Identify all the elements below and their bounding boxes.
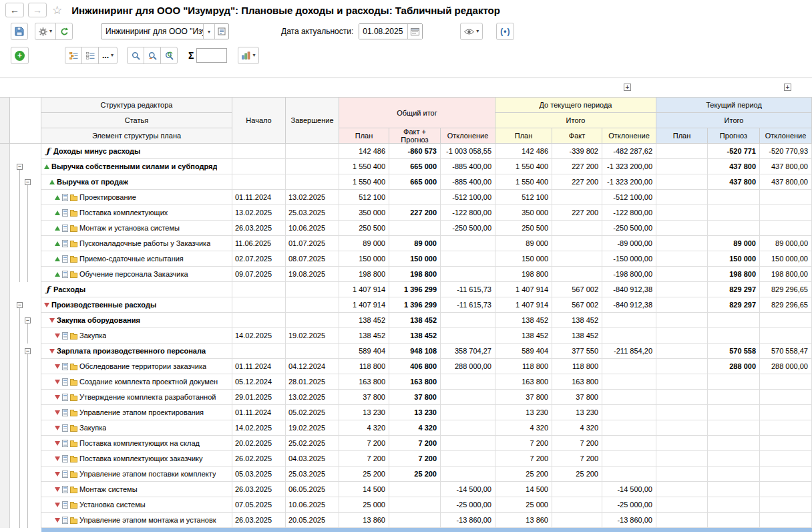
cell-current-forecast[interactable] — [708, 205, 760, 221]
cell-current-deviation[interactable] — [760, 313, 812, 328]
cell-name[interactable]: Монтаж и установка системы — [41, 221, 232, 236]
table-row[interactable]: −Закупка оборудования138 452138 452138 4… — [0, 313, 812, 328]
view-button[interactable]: ▾ — [460, 23, 483, 40]
cell-total-plan[interactable]: 163 800 — [339, 374, 389, 390]
cell-current-forecast[interactable] — [708, 497, 760, 513]
cell-total-deviation[interactable]: -25 000,00 — [441, 497, 495, 513]
header-current-plan[interactable]: План — [656, 128, 708, 144]
cell-start[interactable]: 01.11.2024 — [232, 190, 286, 205]
cell-before-deviation[interactable]: -250 500,00 — [602, 221, 656, 236]
cell-total-plan[interactable]: 350 000 — [339, 205, 389, 221]
cell-current-deviation[interactable] — [760, 451, 812, 467]
table-row[interactable]: ƒДоходы минус расходы142 486-860 573-1 0… — [0, 144, 812, 159]
cell-current-forecast[interactable] — [708, 436, 760, 451]
cell-before-fact[interactable]: 118 800 — [552, 359, 602, 374]
search-refresh-button[interactable] — [160, 47, 178, 64]
cell-current-plan[interactable] — [656, 267, 708, 282]
cell-total-fact-forecast[interactable]: 948 108 — [389, 344, 441, 359]
cell-current-plan[interactable] — [656, 497, 708, 513]
table-row[interactable]: Пусконаладочные работы у Заказчика11.06.… — [0, 236, 812, 251]
table-row[interactable]: Управление этапом монтажа и установк26.0… — [0, 513, 812, 528]
cell-total-plan[interactable]: 25 000 — [339, 497, 389, 513]
cell-current-forecast[interactable]: 89 000 — [708, 236, 760, 251]
cell-end[interactable] — [286, 344, 339, 359]
table-row[interactable]: −Выручка собственными силами и субподряд… — [0, 159, 812, 174]
cell-start[interactable]: 14.02.2025 — [232, 420, 286, 436]
cell-before-deviation[interactable]: -1 323 200,00 — [602, 159, 656, 174]
cell-total-plan[interactable]: 89 000 — [339, 236, 389, 251]
cell-name[interactable]: Утверждение комплекта разработанной — [41, 390, 232, 405]
settings-button[interactable]: ▾ — [35, 23, 56, 40]
outline-levels-button[interactable] — [65, 47, 82, 64]
cell-end[interactable]: 19.08.2025 — [286, 267, 339, 282]
cell-before-deviation[interactable]: -13 860,00 — [602, 513, 656, 528]
cell-before-deviation[interactable] — [602, 451, 656, 467]
cell-current-plan[interactable] — [656, 236, 708, 251]
cell-before-fact[interactable]: 567 002 — [552, 282, 602, 297]
chevron-down-icon[interactable]: ▾ — [203, 24, 214, 39]
cell-total-fact-forecast[interactable]: 138 452 — [389, 328, 441, 344]
cell-before-deviation[interactable]: -482 287,62 — [602, 144, 656, 159]
cell-current-plan[interactable] — [656, 205, 708, 221]
cell-end[interactable] — [286, 282, 339, 297]
cell-total-fact-forecast[interactable]: 1 396 299 — [389, 297, 441, 313]
cell-total-plan[interactable]: 589 404 — [339, 344, 389, 359]
cell-current-forecast[interactable] — [708, 221, 760, 236]
cell-total-deviation[interactable]: -13 860,00 — [441, 513, 495, 528]
cell-before-plan[interactable]: 13 860 — [495, 513, 552, 528]
cell-total-deviation[interactable]: -14 500,00 — [441, 482, 495, 497]
cell-total-deviation[interactable] — [441, 251, 495, 267]
cell-before-deviation[interactable]: -840 912,38 — [602, 297, 656, 313]
cell-before-fact[interactable]: 227 200 — [552, 174, 602, 190]
cell-before-deviation[interactable]: -840 912,38 — [602, 282, 656, 297]
cell-current-plan[interactable] — [656, 405, 708, 420]
cell-before-fact[interactable]: 138 452 — [552, 328, 602, 344]
cell-total-fact-forecast[interactable]: 665 000 — [389, 159, 441, 174]
cell-total-fact-forecast[interactable] — [389, 513, 441, 528]
header-total-plan[interactable]: План — [339, 128, 389, 144]
cell-start[interactable] — [232, 282, 286, 297]
cell-current-forecast[interactable]: -520 771 — [708, 144, 760, 159]
cell-name[interactable]: Производственные расходы — [41, 297, 232, 313]
cell-current-deviation[interactable] — [760, 467, 812, 482]
cell-total-deviation[interactable] — [441, 374, 495, 390]
cell-current-plan[interactable] — [656, 159, 708, 174]
cell-current-deviation[interactable] — [760, 497, 812, 513]
cell-total-fact-forecast[interactable]: 150 000 — [389, 251, 441, 267]
search-button[interactable] — [127, 47, 144, 64]
cell-name[interactable]: Создание комплекта проектной докумен — [41, 374, 232, 390]
cell-before-deviation[interactable] — [602, 374, 656, 390]
cell-name[interactable]: Закупка — [41, 328, 232, 344]
cell-current-forecast[interactable] — [708, 467, 760, 482]
header-current-subtotal[interactable]: Итого — [656, 113, 812, 128]
cell-current-plan[interactable] — [656, 297, 708, 313]
chart-button[interactable]: ▾ — [238, 47, 259, 64]
header-current-forecast[interactable]: Прогноз — [708, 128, 760, 144]
table-row[interactable]: Закупка14.02.202519.02.2025138 452138 45… — [0, 328, 812, 344]
collapse-group-button[interactable]: − — [25, 317, 31, 323]
cell-current-forecast[interactable] — [708, 313, 760, 328]
cell-before-plan[interactable]: 13 230 — [495, 405, 552, 420]
cell-total-fact-forecast[interactable]: 198 800 — [389, 267, 441, 282]
cell-before-plan[interactable]: 589 404 — [495, 344, 552, 359]
cell-total-fact-forecast[interactable]: 25 200 — [389, 467, 441, 482]
header-before-deviation[interactable]: Отклонение — [602, 128, 656, 144]
cell-before-plan[interactable]: 512 100 — [495, 190, 552, 205]
cell-end[interactable]: 08.07.2025 — [286, 251, 339, 267]
cell-current-deviation[interactable]: 150 000,00 — [760, 251, 812, 267]
search-next-button[interactable] — [144, 47, 161, 64]
cell-current-deviation[interactable] — [760, 436, 812, 451]
cell-current-plan[interactable] — [656, 328, 708, 344]
header-article[interactable]: Статья — [41, 113, 232, 128]
cell-before-plan[interactable]: 7 200 — [495, 436, 552, 451]
cell-current-deviation[interactable] — [760, 420, 812, 436]
cell-total-deviation[interactable]: 288 000,00 — [441, 359, 495, 374]
cell-before-deviation[interactable]: -512 100,00 — [602, 190, 656, 205]
column-group-expander-current-period[interactable]: + — [784, 84, 791, 91]
table-row[interactable]: Обучение персонала Заказчика09.07.202519… — [0, 267, 812, 282]
cell-total-fact-forecast[interactable]: 89 000 — [389, 236, 441, 251]
table-row[interactable]: Монтаж и установка системы26.03.202510.0… — [0, 221, 812, 236]
outline-collapse-button[interactable] — [81, 47, 99, 64]
cell-current-forecast[interactable] — [708, 328, 760, 344]
cell-end[interactable]: 25.03.2025 — [286, 467, 339, 482]
